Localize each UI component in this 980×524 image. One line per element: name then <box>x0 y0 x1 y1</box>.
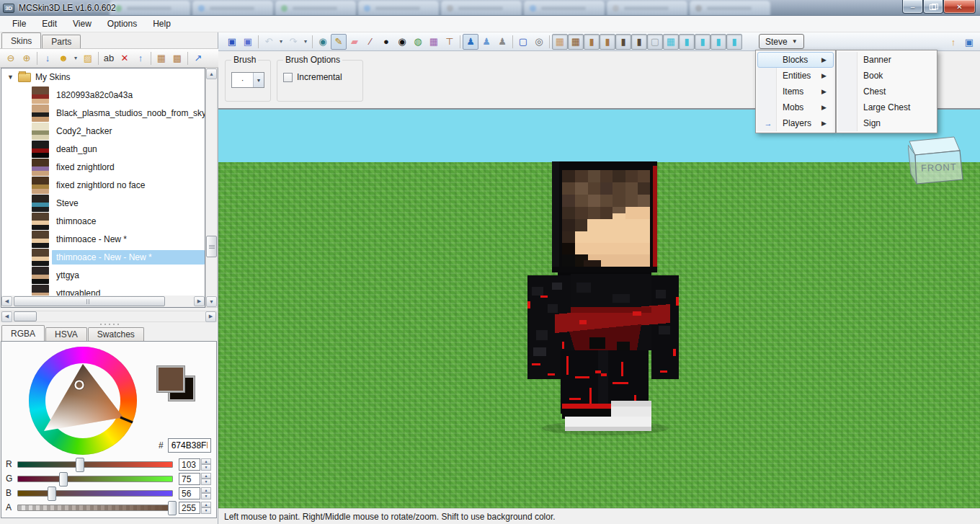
select-region-button[interactable]: ▢ <box>515 34 531 50</box>
skin-item[interactable]: yttgya <box>1 266 205 284</box>
skin-item[interactable]: death_gun <box>1 140 205 158</box>
new-skin-button[interactable]: ☻ <box>55 50 71 66</box>
slider-thumb[interactable] <box>59 472 68 487</box>
redo-button[interactable]: ↷ <box>285 34 301 50</box>
tab-skins[interactable]: Skins <box>1 32 41 48</box>
screenshot-button[interactable]: ◎ <box>531 34 547 50</box>
new-folder-button[interactable]: ▨ <box>80 50 96 66</box>
foreground-color-swatch[interactable] <box>157 366 184 392</box>
panel-horizontal-scrollbar[interactable]: ◀ ▶ <box>1 311 217 322</box>
eraser-tool-button[interactable]: ▰ <box>347 34 362 50</box>
save-all-button[interactable]: ▣ <box>240 34 256 50</box>
slider-track[interactable] <box>17 505 173 511</box>
undo-button[interactable]: ↶ <box>261 34 277 50</box>
view-mode-hybrid-button[interactable]: ♟ <box>494 34 510 50</box>
close-button[interactable]: ✕ <box>943 0 976 14</box>
menu-item-mobs[interactable]: Mobs ▶ <box>757 99 834 115</box>
submenu-item-book[interactable]: Book <box>838 68 935 84</box>
player-model[interactable] <box>526 160 681 438</box>
skin-item[interactable]: fixed znightlord no face <box>1 176 205 194</box>
slider-value[interactable]: 56 <box>179 487 200 499</box>
hex-color-input[interactable] <box>168 438 211 453</box>
spinner-buttons[interactable]: ▲▼ <box>201 473 211 485</box>
skin-item[interactable]: thimnoace - New * <box>1 230 205 248</box>
slider-track[interactable] <box>17 476 173 482</box>
toggle-body-button[interactable]: ▦ <box>568 34 584 50</box>
tab-rgba[interactable]: RGBA <box>1 325 45 341</box>
scroll-right-icon[interactable]: ▶ <box>194 296 205 306</box>
slider-track[interactable] <box>17 461 173 468</box>
restore-button[interactable] <box>923 0 943 14</box>
skin-item[interactable]: 1820993a82c0a43a <box>1 86 205 104</box>
toggle-chest-armor-button[interactable]: ▦ <box>663 34 679 50</box>
tab-hsva[interactable]: HSVA <box>45 327 87 341</box>
dodge-burn-tool-button[interactable]: ● <box>378 34 394 50</box>
slider-value[interactable]: 255 <box>179 502 200 514</box>
menu-item-entities[interactable]: Entities ▶ <box>757 68 834 84</box>
toggle-right-arm-armor-button[interactable]: ▮ <box>695 34 710 50</box>
scrollbar-thumb[interactable] <box>14 311 37 321</box>
import-skin-button[interactable]: ↓ <box>40 50 55 66</box>
submenu-item-sign[interactable]: Sign <box>838 115 935 131</box>
upload-arrow-button[interactable]: ↑ <box>945 34 961 50</box>
saturation-triangle[interactable] <box>29 347 137 455</box>
skin-item[interactable]: thimnoace - New - New * <box>1 248 205 266</box>
skin-item[interactable]: Black_plasma_studios_noob_from_skywars_ <box>1 104 205 122</box>
fill-tool-button[interactable]: ◍ <box>410 34 426 50</box>
tab-parts[interactable]: Parts <box>42 35 81 48</box>
orientation-cube[interactable]: FRONT <box>908 133 968 187</box>
toggle-right-leg-button[interactable]: ▮ <box>631 34 647 50</box>
brush-select[interactable]: · ▼ <box>231 72 264 88</box>
slider-thumb[interactable] <box>168 501 177 515</box>
dropdown-arrow-icon[interactable]: ▾ <box>71 50 80 66</box>
color-wheel[interactable] <box>29 347 137 455</box>
zoom-in-button[interactable]: ⊕ <box>19 50 35 66</box>
skin-item[interactable]: Cody2_hacker <box>1 122 205 140</box>
skins-tree[interactable]: ▼ My Skins 1820993a82c0a43a Black_plasma… <box>1 68 205 308</box>
skins-horizontal-scrollbar[interactable]: ◀ ▶ <box>1 296 205 307</box>
toggle-head-button[interactable]: ▦ <box>552 34 568 50</box>
submenu-item-large-chest[interactable]: Large Chest <box>838 99 935 115</box>
dropdown-arrow-icon[interactable]: ▾ <box>277 34 285 50</box>
view-mode-player-button[interactable]: ♟ <box>463 34 478 50</box>
grid-fine-button[interactable]: ▩ <box>169 50 185 66</box>
menu-edit[interactable]: Edit <box>34 16 65 32</box>
title-bar[interactable]: 3D MCSkin3D LE v1.6.0.602 – ✕ <box>0 0 980 16</box>
upload-skin-button[interactable]: ↑ <box>133 50 148 66</box>
minimize-button[interactable]: – <box>902 0 923 14</box>
toggle-helmet-button[interactable]: ▢ <box>647 34 663 50</box>
slider-value[interactable]: 75 <box>179 473 200 485</box>
rename-button[interactable]: ab <box>101 50 117 66</box>
toggle-left-leg-button[interactable]: ▮ <box>615 34 631 50</box>
expander-icon[interactable]: ▼ <box>7 74 14 81</box>
scroll-down-icon[interactable]: ▼ <box>206 296 217 307</box>
scrollbar-thumb[interactable] <box>206 236 217 257</box>
menu-help[interactable]: Help <box>145 16 179 32</box>
toggle-left-arm-armor-button[interactable]: ▮ <box>679 34 695 50</box>
submenu-item-banner[interactable]: Banner <box>838 52 935 68</box>
model-dropdown-button[interactable]: Steve ▼ <box>759 34 804 49</box>
dropdown-arrow-icon[interactable]: ▾ <box>301 34 310 50</box>
toggle-left-leg-armor-button[interactable]: ▮ <box>710 34 726 50</box>
camera-tool-button[interactable]: ◉ <box>315 34 331 50</box>
scroll-right-icon[interactable]: ▶ <box>205 311 216 322</box>
menu-item-items[interactable]: Items ▶ <box>757 84 834 99</box>
skin-item[interactable]: thimnoace <box>1 212 205 230</box>
menu-item-players[interactable]: → Players ▶ <box>757 115 834 131</box>
stamp-tool-button[interactable]: ⊤ <box>442 34 458 50</box>
scrollbar-thumb[interactable] <box>14 296 165 306</box>
fetch-skin-button[interactable]: ↗ <box>190 50 206 66</box>
slider-value[interactable]: 103 <box>179 458 200 471</box>
pencil-tool-button[interactable]: ✎ <box>331 34 347 50</box>
tab-swatches[interactable]: Swatches <box>88 327 144 341</box>
skin-item[interactable]: fixed znightlord <box>1 158 205 176</box>
save-button[interactable]: ▣ <box>224 34 240 50</box>
spinner-buttons[interactable]: ▲▼ <box>201 502 211 514</box>
noise-tool-button[interactable]: ▦ <box>426 34 442 50</box>
chevron-down-icon[interactable]: ▼ <box>253 73 264 87</box>
zoom-out-button[interactable]: ⊖ <box>3 50 19 66</box>
delete-button[interactable]: ✕ <box>117 50 133 66</box>
dropper-tool-button[interactable]: ∕ <box>362 34 378 50</box>
menu-options[interactable]: Options <box>99 16 145 32</box>
view-mode-flat-button[interactable]: ♟ <box>478 34 494 50</box>
